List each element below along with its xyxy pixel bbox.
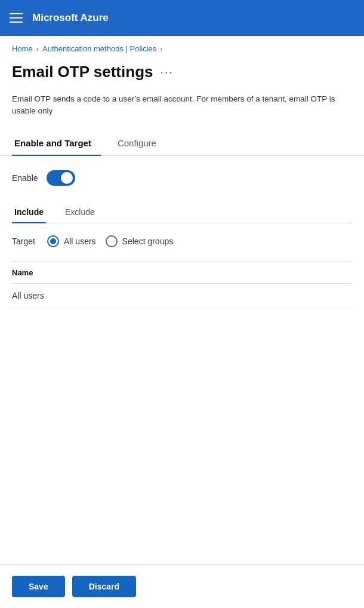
sub-tab-include[interactable]: Include [12,202,46,223]
table-row: All users [12,284,352,308]
radio-all-users-label: All users [64,237,96,246]
menu-icon[interactable] [10,13,23,23]
radio-select-groups[interactable]: Select groups [106,235,174,247]
target-row: Target All users Select groups [12,235,352,247]
sub-tab-exclude[interactable]: Exclude [63,202,97,223]
radio-all-users-inner [50,238,56,244]
breadcrumb: Home › Authentication methods | Policies… [0,36,364,58]
tab-enable-and-target[interactable]: Enable and Target [12,132,101,155]
footer-actions: Save Discard [0,564,364,608]
top-bar: Microsoft Azure [0,0,364,36]
tab-configure[interactable]: Configure [115,132,166,155]
table-header: Name [12,262,352,284]
radio-all-users[interactable]: All users [47,235,96,247]
enable-toggle[interactable] [47,170,75,186]
page-description: Email OTP sends a code to a user's email… [0,93,364,132]
page-header: Email OTP settings ··· [0,58,364,93]
breadcrumb-sep-1: › [36,44,39,53]
radio-select-groups-label: Select groups [122,237,174,246]
radio-all-users-outer [47,235,59,247]
enable-label: Enable [12,173,38,183]
main-tabs: Enable and Target Configure [0,132,364,156]
radio-select-groups-outer [106,235,118,247]
toggle-thumb [61,172,73,184]
table-cell-all-users: All users [12,291,352,300]
content-area: Enable Include Exclude Target All users … [0,156,364,370]
discard-button[interactable]: Discard [72,576,136,597]
breadcrumb-auth-methods[interactable]: Authentication methods | Policies [42,44,156,53]
sub-tabs: Include Exclude [12,202,352,223]
breadcrumb-home[interactable]: Home [12,44,33,53]
target-label: Target [12,237,35,246]
save-button[interactable]: Save [12,576,65,597]
table-col-name-header: Name [12,268,352,277]
app-title: Microsoft Azure [32,12,109,24]
enable-row: Enable [12,170,352,186]
page-title: Email OTP settings [12,63,153,81]
users-table: Name All users [12,262,352,308]
more-options-icon[interactable]: ··· [160,65,174,79]
breadcrumb-sep-2: › [160,44,162,53]
